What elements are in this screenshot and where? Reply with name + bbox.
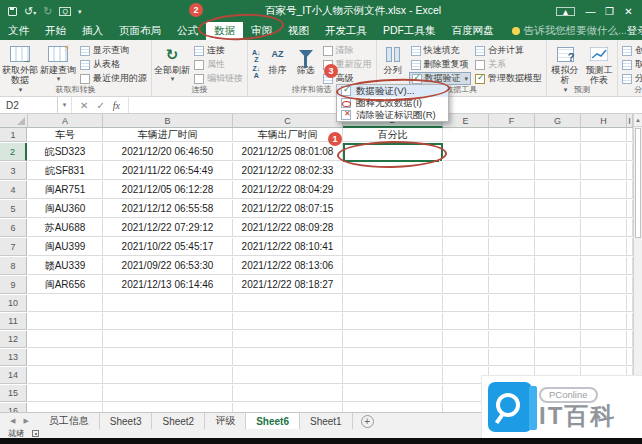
cell-E1[interactable] bbox=[443, 128, 489, 142]
cell-A2[interactable]: 皖SD323 bbox=[28, 143, 103, 161]
tab-home[interactable]: 开始 bbox=[37, 22, 74, 40]
cell-C10[interactable] bbox=[233, 295, 343, 312]
cell-C9[interactable]: 2021/12/22 08:18:27 bbox=[233, 276, 343, 294]
cell-B10[interactable] bbox=[103, 295, 233, 312]
cell-G11[interactable] bbox=[535, 313, 581, 330]
menu-item-clear-validation-circles[interactable]: 清除验证标识圈(R) bbox=[337, 109, 448, 121]
cell-B15[interactable] bbox=[103, 385, 233, 402]
cell-C16[interactable] bbox=[233, 403, 343, 412]
cell-A15[interactable] bbox=[28, 385, 103, 402]
enter-icon[interactable]: ✓ bbox=[96, 100, 104, 111]
cell-E5[interactable] bbox=[443, 200, 489, 218]
sheet-tab-employee-info[interactable]: 员工信息 bbox=[39, 413, 100, 429]
connections-button[interactable]: 连接 bbox=[192, 44, 245, 57]
row-header-14[interactable]: 14 bbox=[0, 367, 27, 384]
name-box[interactable]: D2 bbox=[0, 97, 58, 113]
cell-C3[interactable]: 2021/12/22 08:02:33 bbox=[233, 162, 343, 180]
cell-C7[interactable]: 2021/12/22 08:10:41 bbox=[233, 238, 343, 256]
sort-button[interactable]: AZ 排序 bbox=[265, 42, 291, 85]
insert-function-icon[interactable]: fx bbox=[113, 100, 120, 111]
cell-D8[interactable] bbox=[343, 257, 443, 275]
cell-G7[interactable] bbox=[535, 238, 581, 256]
column-header-C[interactable]: C bbox=[233, 114, 343, 127]
column-header-H[interactable]: H bbox=[581, 114, 627, 127]
refresh-all-button[interactable]: ↻ 全部刷新▾ bbox=[154, 42, 190, 85]
cell-D14[interactable] bbox=[343, 367, 443, 384]
cell-D7[interactable] bbox=[343, 238, 443, 256]
row-header-13[interactable]: 13 bbox=[0, 349, 27, 366]
customize-qat-icon[interactable]: ▾ bbox=[78, 8, 82, 15]
row-header-9[interactable]: 9 bbox=[0, 276, 27, 294]
cell-A11[interactable] bbox=[28, 313, 103, 330]
cell-E2[interactable] bbox=[443, 143, 489, 161]
cell-F12[interactable] bbox=[489, 331, 535, 348]
scroll-up-icon[interactable]: ▲ bbox=[634, 114, 642, 127]
cell-B5[interactable]: 2021/12/12 06:55:58 bbox=[103, 200, 233, 218]
tab-page-layout[interactable]: 页面布局 bbox=[111, 22, 169, 40]
cell-D9[interactable] bbox=[343, 276, 443, 294]
cell-G5[interactable] bbox=[535, 200, 581, 218]
cell-B16[interactable] bbox=[103, 403, 233, 412]
relationships-button[interactable]: 关系 bbox=[473, 58, 544, 71]
cancel-icon[interactable]: ✕ bbox=[80, 100, 88, 111]
sign-in-link[interactable]: 登录 bbox=[627, 24, 642, 38]
cell-F11[interactable] bbox=[489, 313, 535, 330]
cell-E9[interactable] bbox=[443, 276, 489, 294]
scrollbar-thumb[interactable] bbox=[635, 128, 641, 238]
vertical-scrollbar[interactable]: ▲ bbox=[633, 114, 642, 412]
sheet-tab-rating[interactable]: 评级 bbox=[205, 413, 246, 429]
cell-F5[interactable] bbox=[489, 200, 535, 218]
redo-icon[interactable]: ↻ bbox=[43, 6, 52, 17]
cell-F7[interactable] bbox=[489, 238, 535, 256]
cell-F1[interactable] bbox=[489, 128, 535, 142]
sheet-tab-sheet2[interactable]: Sheet2 bbox=[152, 413, 205, 429]
cell-C15[interactable] bbox=[233, 385, 343, 402]
cell-C2[interactable]: 2021/12/25 08:01:08 bbox=[233, 143, 343, 161]
sheet-tab-sheet6[interactable]: Sheet6 bbox=[246, 413, 300, 429]
cell-D1[interactable]: 百分比 bbox=[343, 128, 443, 142]
create-group-button[interactable]: 创建组▾ bbox=[620, 44, 642, 57]
row-header-7[interactable]: 7 bbox=[0, 238, 27, 256]
cell-A16[interactable] bbox=[28, 403, 103, 412]
cell-D11[interactable] bbox=[343, 313, 443, 330]
cell-B12[interactable] bbox=[103, 331, 233, 348]
cell-C1[interactable]: 车辆出厂时间 bbox=[233, 128, 343, 142]
cell-E8[interactable] bbox=[443, 257, 489, 275]
row-header-8[interactable]: 8 bbox=[0, 257, 27, 275]
cell-B9[interactable]: 2021/12/13 06:14:46 bbox=[103, 276, 233, 294]
cell-G6[interactable] bbox=[535, 219, 581, 237]
flash-fill-button[interactable]: 快速填充 bbox=[409, 44, 472, 57]
filter-button[interactable]: 筛选 bbox=[293, 42, 319, 85]
cell-F9[interactable] bbox=[489, 276, 535, 294]
cell-D12[interactable] bbox=[343, 331, 443, 348]
column-header-E[interactable]: E bbox=[443, 114, 489, 127]
properties-button[interactable]: 属性 bbox=[192, 58, 245, 71]
cell-H4[interactable] bbox=[581, 181, 627, 199]
row-header-12[interactable]: 12 bbox=[0, 331, 27, 348]
sort-ascending-icon[interactable]: A↓Z bbox=[252, 49, 261, 63]
row-header-1[interactable]: 1 bbox=[0, 128, 27, 142]
cell-B1[interactable]: 车辆进厂时间 bbox=[103, 128, 233, 142]
column-header-A[interactable]: A bbox=[28, 114, 103, 127]
cell-D15[interactable] bbox=[343, 385, 443, 402]
cell-C13[interactable] bbox=[233, 349, 343, 366]
row-header-10[interactable]: 10 bbox=[0, 295, 27, 312]
cell-A14[interactable] bbox=[28, 367, 103, 384]
row-header-4[interactable]: 4 bbox=[0, 181, 27, 199]
cell-A8[interactable]: 赣AU339 bbox=[28, 257, 103, 275]
cell-A1[interactable]: 车号 bbox=[28, 128, 103, 142]
cell-D5[interactable] bbox=[343, 200, 443, 218]
cell-E13[interactable] bbox=[443, 349, 489, 366]
column-header-F[interactable]: F bbox=[489, 114, 535, 127]
cell-B13[interactable] bbox=[103, 349, 233, 366]
cell-A12[interactable] bbox=[28, 331, 103, 348]
minimize-button[interactable]: — bbox=[581, 6, 600, 17]
row-header-15[interactable]: 15 bbox=[0, 385, 27, 402]
clear-filter-button[interactable]: 清除 bbox=[321, 44, 374, 57]
row-header-6[interactable]: 6 bbox=[0, 219, 27, 237]
undo-icon[interactable]: ↺▾ bbox=[24, 6, 36, 17]
cell-B6[interactable]: 2021/12/22 07:29:12 bbox=[103, 219, 233, 237]
sheet-next-icon[interactable]: ▶ bbox=[23, 417, 28, 425]
consolidate-button[interactable]: 合并计算 bbox=[473, 44, 544, 57]
close-button[interactable]: ✕ bbox=[619, 6, 638, 17]
